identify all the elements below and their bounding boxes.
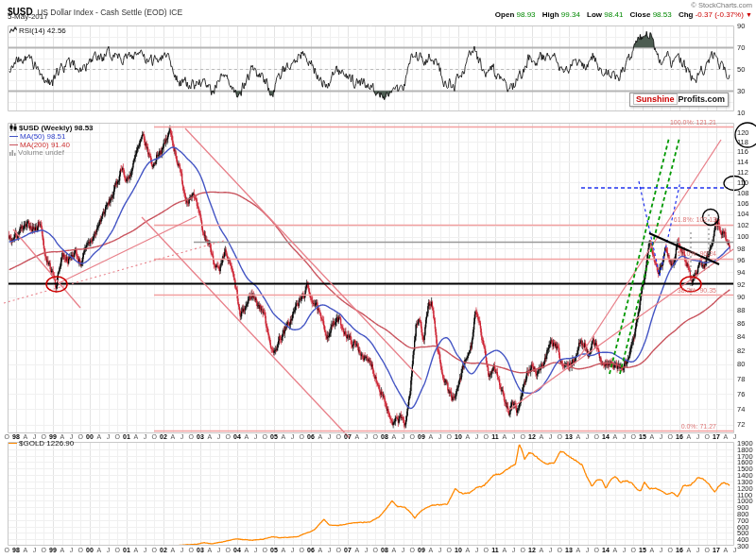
stockcharts-page: $USD US Dollar Index - Cash Settle (EOD)… [0,0,756,558]
main-legend-symbol: $USD (Weekly) 98.53 [9,124,94,132]
sunshine-profits-logo[interactable]: SunshineProfits.com [629,93,729,107]
ma200-line-icon [9,144,18,145]
volume-bars-icon [9,149,16,156]
logo-text-sunshine: Sunshine [633,93,678,105]
close-value: 98.53 [653,10,672,19]
logo-text-profits: Profits.com [679,94,726,104]
close-label: Close [630,10,651,19]
copyright: © StockCharts.com [691,2,752,9]
gold-legend: $GOLD 1226.90 [9,440,74,448]
high-value: 99.34 [561,10,580,19]
candlestick-icon [9,124,17,131]
chart-canvas [0,0,756,558]
indicator-icon [9,26,17,34]
rsi-legend: RSI(14) 42.56 [9,26,66,35]
low-value: 98.41 [604,10,623,19]
chart-title: US Dollar Index - Cash Settle (EOD) ICE [37,8,182,17]
low-label: Low [587,10,602,19]
volume-legend: Volume undef [9,149,64,157]
chart-date: 5-May-2017 [8,13,48,21]
down-arrow-icon: ▼ [746,11,752,18]
chg-value: -0.37 (-0.37%) [696,10,744,19]
ma50-line-icon [9,136,18,137]
high-label: High [542,10,559,19]
gold-legend-label: $GOLD 1226.90 [19,439,74,448]
quote-bar: Open 98.93 High 99.34 Low 98.41 Close 98… [490,11,752,19]
chg-label: Chg [679,10,694,19]
rsi-legend-label: RSI(14) 42.56 [19,26,66,35]
open-label: Open [495,10,514,19]
main-legend-symbol-label: $USD (Weekly) 98.53 [19,124,94,132]
gold-line-icon [9,443,17,444]
open-value: 98.93 [517,10,536,19]
volume-legend-label: Volume undef [18,148,64,157]
